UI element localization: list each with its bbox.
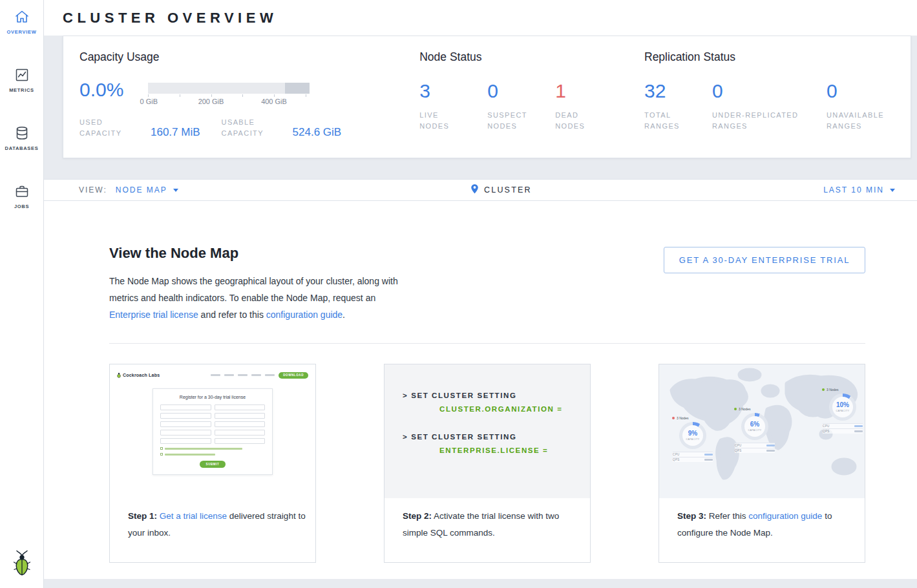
cluster-breadcrumb[interactable]: CLUSTER [470, 184, 532, 196]
dead-nodes-value: 1 [555, 81, 623, 101]
metrics-icon [14, 67, 30, 83]
cluster-mini-stats: CPU QPS [823, 423, 863, 434]
map-cluster-widget[interactable]: 3 Nodes 10% CAPACITY CPU QPS [819, 388, 865, 434]
step3-text: Refer this [706, 511, 748, 521]
unavailable-ranges-value: 0 [827, 81, 894, 101]
qps-label: QPS [823, 430, 830, 433]
used-capacity-stat: USED CAPACITY 160.7 MiB [79, 117, 200, 139]
sidebar-item-label: JOBS [14, 204, 29, 209]
view-bar: VIEW: NODE MAP CLUSTER LAST 10 MIN [44, 179, 917, 201]
prompt-symbol: > [403, 392, 408, 399]
sidebar-item-overview[interactable]: OVERVIEW [0, 0, 43, 43]
sidebar-item-databases[interactable]: DATABASES [0, 115, 43, 159]
total-ranges-stat: 32 TOTAL RANGES [644, 81, 712, 132]
sidebar-item-metrics[interactable]: METRICS [0, 57, 43, 101]
scope-label: CLUSTER [484, 185, 532, 194]
total-ranges-value: 32 [644, 81, 712, 101]
page-title: CLUSTER OVERVIEW [63, 10, 277, 26]
enterprise-trial-button[interactable]: GET A 30-DAY ENTERPRISE TRIAL [664, 247, 865, 273]
configuration-guide-link[interactable]: configuration guide [748, 511, 822, 521]
replication-status-section: Replication Status 32 TOTAL RANGES 0 UND… [644, 50, 894, 143]
used-capacity-label: USED CAPACITY [79, 117, 130, 139]
sql-command: > SET CLUSTER SETTING ENTERPRISE.LICENSE… [403, 433, 590, 454]
capacity-usage-title: Capacity Usage [79, 50, 419, 64]
mini-site-nav: Cockroach Labs DOWNLOAD [117, 370, 308, 380]
sql-commands-preview: > SET CLUSTER SETTING CLUSTER.ORGANIZATI… [385, 364, 590, 498]
capacity-label: CAPACITY [836, 410, 849, 412]
suspect-nodes-value: 0 [487, 81, 555, 101]
node-status-dot [822, 388, 825, 391]
capacity-ring: 6% CAPACITY [741, 413, 768, 440]
under-replicated-value: 0 [712, 81, 827, 101]
nodes-count-label: 3 Nodes [827, 388, 839, 392]
capacity-usage-section: Capacity Usage 0.0% 0 GiB 200 GiB 400 Gi… [79, 50, 419, 143]
chevron-down-icon [173, 189, 178, 192]
cockroachdb-logo[interactable] [12, 549, 32, 579]
sql-setting-text: CLUSTER.ORGANIZATION = [439, 405, 590, 413]
capacity-percent: 10% [836, 402, 849, 408]
qps-label: QPS [735, 449, 742, 452]
capacity-bar-chart: 0 GiB 200 GiB 400 GiB [148, 83, 310, 107]
replication-status-title: Replication Status [644, 50, 894, 64]
sidebar-item-label: OVERVIEW [7, 29, 37, 35]
capacity-bar [148, 83, 310, 94]
sql-command-text: SET CLUSTER SETTING [411, 392, 516, 399]
map-cluster-widget[interactable]: 3 Nodes 9% CAPACITY CPU QPS [669, 416, 716, 462]
submit-button: SUBMIT [200, 461, 226, 468]
step3-prefix: Step 3: [677, 511, 706, 521]
cockroach-labs-brand: Cockroach Labs [117, 372, 160, 378]
database-icon [14, 125, 30, 141]
node-map-description: The Node Map shows the geographical layo… [109, 273, 408, 323]
sidebar-item-label: DATABASES [5, 145, 39, 151]
sql-setting-text: ENTERPRISE.LICENSE = [439, 446, 590, 454]
capacity-ring: 9% CAPACITY [679, 422, 706, 449]
sql-command-text: SET CLUSTER SETTING [411, 433, 516, 441]
node-status-dot [672, 417, 675, 419]
sql-command: > SET CLUSTER SETTING CLUSTER.ORGANIZATI… [403, 392, 590, 413]
form-title: Register for a 30-day trial license [160, 395, 265, 399]
time-range-dropdown[interactable]: LAST 10 MIN [823, 185, 895, 194]
nodes-count-label: 3 Nodes [677, 416, 689, 420]
time-range-value: LAST 10 MIN [823, 185, 884, 194]
suspect-nodes-label: SUSPECT NODES [487, 110, 534, 132]
usable-capacity-label: USABLE CAPACITY [222, 117, 272, 139]
step3-card: 3 Nodes 9% CAPACITY CPU QPS [659, 364, 865, 563]
map-cluster-widget[interactable]: 3 Nodes 6% CAPACITY CPU QPS [732, 407, 778, 453]
description-text: and refer to this [198, 310, 266, 320]
sidebar-item-label: METRICS [9, 87, 34, 93]
cluster-mini-stats: CPU QPS [735, 443, 775, 453]
step1-caption: Step 1: Get a trial license delivered st… [110, 498, 315, 541]
get-trial-license-link[interactable]: Get a trial license [160, 511, 227, 521]
unavailable-ranges-label: UNAVAILABLE RANGES [827, 110, 898, 132]
live-nodes-value: 3 [419, 81, 487, 101]
sidebar-item-jobs[interactable]: JOBS [0, 173, 43, 217]
node-map-panel: View the Node Map The Node Map shows the… [44, 201, 917, 579]
download-button: DOWNLOAD [279, 372, 308, 379]
capacity-label: CAPACITY [686, 438, 699, 441]
node-status-section: Node Status 3 LIVE NODES 0 SUSPECT NODES… [419, 50, 644, 143]
step1-card: Cockroach Labs DOWNLOAD Register for a 3… [109, 364, 316, 563]
node-status-dot [734, 408, 737, 410]
configuration-guide-link[interactable]: configuration guide [266, 310, 343, 320]
suspect-nodes-stat: 0 SUSPECT NODES [487, 81, 555, 132]
step3-caption: Step 3: Refer this configuration guide t… [659, 498, 865, 541]
form-checkbox-row [160, 453, 265, 456]
enterprise-trial-license-link[interactable]: Enterprise trial license [109, 310, 198, 320]
axis-label-200: 200 GiB [198, 98, 224, 105]
sidebar: OVERVIEW METRICS DATABASES [0, 0, 44, 588]
under-replicated-ranges-stat: 0 UNDER-REPLICATED RANGES [712, 81, 827, 132]
map-pin-icon [470, 184, 479, 196]
form-fields [160, 404, 265, 444]
prompt-symbol: > [403, 433, 408, 441]
dead-nodes-label: DEAD NODES [555, 110, 602, 132]
cpu-label: CPU [823, 425, 830, 428]
capacity-label: CAPACITY [748, 429, 761, 432]
view-selector-dropdown[interactable]: VIEW: NODE MAP [79, 185, 178, 194]
cluster-summary-panel: Capacity Usage 0.0% 0 GiB 200 GiB 400 Gi… [63, 36, 911, 158]
briefcase-icon [14, 184, 30, 199]
capacity-percent: 6% [750, 421, 759, 428]
view-selected-value: NODE MAP [116, 185, 167, 194]
under-replicated-label: UNDER-REPLICATED RANGES [712, 110, 816, 132]
step2-prefix: Step 2: [403, 511, 432, 521]
mini-nav-links: DOWNLOAD [211, 372, 308, 379]
